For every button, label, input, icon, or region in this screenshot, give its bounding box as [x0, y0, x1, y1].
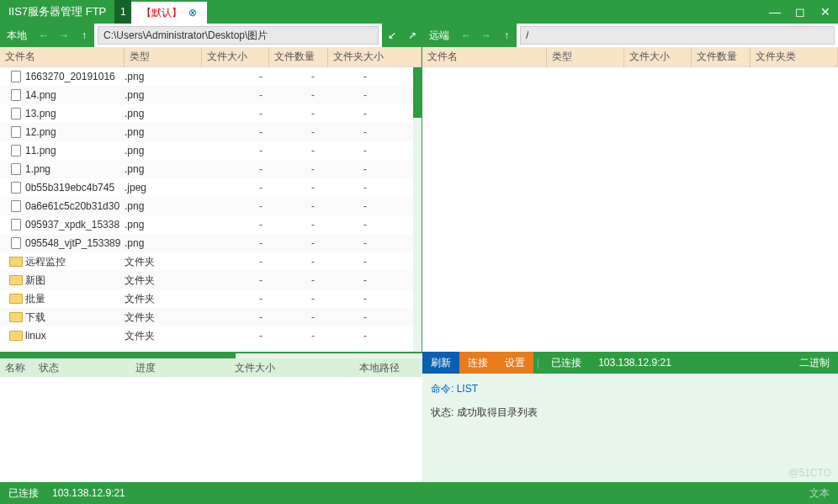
file-type: .png: [125, 219, 202, 231]
remote-up-icon[interactable]: ↑: [496, 29, 517, 41]
tab-default[interactable]: 【默认】 ⊗: [131, 0, 207, 24]
file-count: -: [269, 293, 321, 305]
tab-index[interactable]: 1: [114, 0, 131, 24]
file-size: -: [202, 71, 269, 82]
col-folder-size[interactable]: 文件夹大小: [328, 47, 422, 67]
rcol-size[interactable]: 文件大小: [624, 47, 692, 67]
file-row[interactable]: 远程监控 文件夹 - - -: [0, 252, 422, 271]
horiz-scroll-thumb[interactable]: [0, 353, 236, 358]
remote-file-list[interactable]: [422, 67, 838, 352]
file-row[interactable]: linux 文件夹 - - -: [0, 326, 422, 345]
close-tab-icon[interactable]: ⊗: [188, 7, 197, 19]
col-size[interactable]: 文件大小: [202, 47, 269, 67]
file-type: 文件夹: [125, 310, 202, 325]
file-extra: -: [321, 108, 374, 119]
file-size: -: [202, 274, 269, 286]
scrollbar-track[interactable]: [413, 67, 422, 352]
log-status-label: 状态:: [431, 406, 453, 418]
watermark: @51CTO: [788, 467, 831, 479]
th-progress[interactable]: 进度: [130, 361, 230, 375]
file-row[interactable]: 1663270_20191016 .png - - -: [0, 67, 422, 86]
file-count: -: [269, 330, 321, 342]
bottom-panes: 名称 状态 进度 文件大小 本地路径 刷新 连接 设置 | 已连接 103.13…: [0, 352, 838, 482]
col-name[interactable]: 文件名: [0, 47, 125, 67]
rb-binary: 二进制: [799, 356, 838, 370]
tab-default-label: 【默认】: [141, 6, 182, 20]
minimize-button[interactable]: —: [762, 0, 788, 24]
file-row[interactable]: 13.png .png - - -: [0, 104, 422, 123]
nav-up-icon[interactable]: ↑: [74, 29, 94, 41]
file-extra: -: [321, 237, 374, 249]
file-name: linux: [25, 330, 125, 342]
rb-connected: 已连接: [543, 356, 590, 370]
sb-text-mode: 文本: [809, 486, 830, 501]
file-icon: [7, 71, 25, 82]
remote-path-input[interactable]: [520, 26, 835, 45]
col-type[interactable]: 类型: [125, 47, 202, 67]
local-file-list[interactable]: 1663270_20191016 .png - - - 14.png .png …: [0, 67, 422, 352]
file-row[interactable]: 0b55b319ebc4b745 .jpeg - - -: [0, 178, 422, 197]
collapse-left-icon[interactable]: ↙: [382, 29, 402, 41]
file-row[interactable]: 新图 文件夹 - - -: [0, 271, 422, 289]
file-type: .jpeg: [125, 182, 202, 194]
file-row[interactable]: 095548_vjtP_153389 .png - - -: [0, 234, 422, 252]
scrollbar-thumb[interactable]: [413, 67, 422, 118]
file-name: 0a6e61c5c20b31d30: [25, 200, 125, 212]
file-icon: [7, 182, 25, 194]
file-name: 1.png: [25, 163, 125, 175]
file-name: 下载: [25, 310, 125, 325]
file-row[interactable]: 14.png .png - - -: [0, 86, 422, 104]
th-local-path[interactable]: 本地路径: [354, 361, 405, 375]
maximize-button[interactable]: ◻: [788, 0, 813, 24]
nav-back-icon[interactable]: ←: [34, 29, 54, 41]
rcol-name[interactable]: 文件名: [422, 47, 547, 67]
refresh-button[interactable]: 刷新: [422, 352, 459, 374]
local-file-header: 文件名 类型 文件大小 文件数量 文件夹大小: [0, 47, 422, 67]
file-size: -: [202, 126, 269, 138]
file-size: -: [202, 89, 269, 101]
remote-back-icon[interactable]: ←: [456, 29, 476, 41]
file-extra: -: [321, 89, 374, 101]
file-extra: -: [321, 200, 374, 212]
expand-right-icon[interactable]: ↗: [402, 29, 422, 41]
file-row[interactable]: 1.png .png - - -: [0, 160, 422, 178]
file-row[interactable]: 批量 文件夹 - - -: [0, 289, 422, 308]
rcol-type[interactable]: 类型: [547, 47, 624, 67]
th-name[interactable]: 名称: [0, 361, 34, 375]
remote-forward-icon[interactable]: →: [476, 29, 496, 41]
file-extra: -: [321, 126, 374, 138]
log-area: 命令: LIST 状态: 成功取得目录列表: [422, 374, 838, 482]
col-count[interactable]: 文件数量: [269, 47, 328, 67]
folder-icon: [7, 312, 25, 322]
file-row[interactable]: 12.png .png - - -: [0, 123, 422, 141]
connect-button[interactable]: 连接: [459, 352, 496, 374]
nav-forward-icon[interactable]: →: [54, 29, 74, 41]
file-extra: -: [321, 274, 374, 286]
local-path-input[interactable]: [98, 26, 379, 45]
file-type: 文件夹: [125, 329, 202, 343]
file-row[interactable]: 0a6e61c5c20b31d30 .png - - -: [0, 197, 422, 215]
folder-icon: [7, 275, 25, 285]
file-type: .png: [125, 145, 202, 157]
file-name: 095937_xpdk_15338: [25, 219, 125, 231]
rcol-folder-count[interactable]: 文件夹类: [750, 47, 838, 67]
th-status[interactable]: 状态: [34, 361, 130, 375]
file-count: -: [269, 89, 321, 101]
settings-button[interactable]: 设置: [496, 352, 533, 374]
local-pane: 文件名 类型 文件大小 文件数量 文件夹大小 1663270_20191016 …: [0, 47, 422, 352]
file-row[interactable]: 下载 文件夹 - - -: [0, 308, 422, 326]
folder-icon: [7, 294, 25, 304]
file-extra: -: [321, 293, 374, 305]
file-count: -: [269, 163, 321, 175]
file-row[interactable]: 095937_xpdk_15338 .png - - -: [0, 215, 422, 234]
log-status-msg: 成功取得目录列表: [457, 406, 538, 418]
rcol-count[interactable]: 文件数量: [692, 47, 750, 67]
file-count: -: [269, 274, 321, 286]
file-row[interactable]: 11.png .png - - -: [0, 141, 422, 160]
file-name: 新图: [25, 273, 125, 288]
file-size: -: [202, 163, 269, 175]
window-controls: — ◻ ✕: [762, 0, 838, 24]
th-size[interactable]: 文件大小: [230, 361, 354, 375]
rb-address: 103.138.12.9:21: [590, 357, 680, 369]
close-button[interactable]: ✕: [813, 0, 838, 24]
